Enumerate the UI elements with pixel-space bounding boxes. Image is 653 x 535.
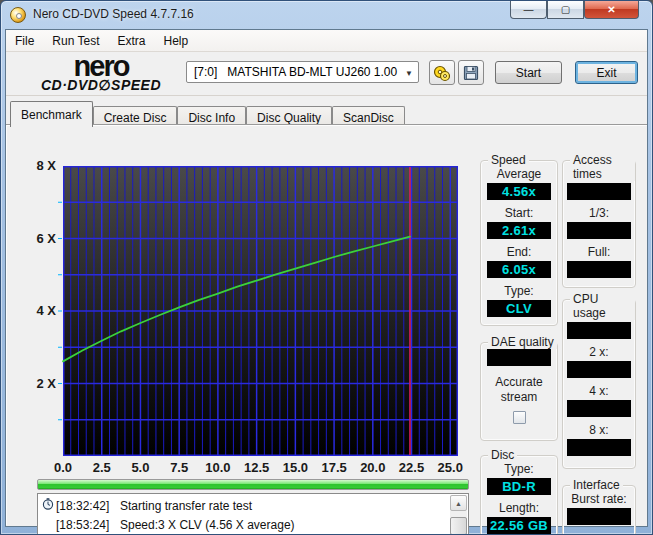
group-title-access_times: Access times — [570, 153, 635, 181]
speed-value-2: 6.05x — [487, 261, 551, 278]
scrollbar-thumb[interactable] — [450, 517, 467, 535]
cpu_usage-value-3 — [567, 439, 631, 456]
transfer-rate-chart: 2 X4 X6 X8 X0.02.55.07.510.012.515.017.5… — [22, 156, 468, 482]
disc-utility-button[interactable] — [429, 60, 455, 85]
disc-label-1: Length: — [481, 501, 557, 515]
menu-item-help[interactable]: Help — [155, 30, 198, 51]
speed-field: End:6.05x — [481, 245, 557, 278]
interface-group: InterfaceBurst rate: — [562, 485, 636, 535]
progress-bar — [37, 479, 469, 490]
group-title-cpu_usage: CPU usage — [570, 292, 635, 320]
logo-cddvd: CD·DVD — [41, 77, 98, 93]
x-axis-label: 15.0 — [275, 460, 315, 475]
client-area: FileRun TestExtraHelp nero CD·DVD∅SPEED … — [5, 29, 648, 527]
y-axis-label: 6 X — [22, 231, 56, 246]
minimize-button[interactable]: — — [510, 1, 547, 19]
chevron-down-icon: ▼ — [405, 69, 413, 78]
tab-strip: BenchmarkCreate DiscDisc InfoDisc Qualit… — [10, 101, 405, 125]
log-lines: [18:32:42]Starting transfer rate test[18… — [40, 496, 449, 535]
x-axis-label: 7.5 — [159, 460, 199, 475]
menu-item-run-test[interactable]: Run Test — [43, 30, 108, 51]
x-axis-label: 5.0 — [120, 460, 160, 475]
access_times-value-2 — [567, 261, 631, 278]
speed-field: Start:2.61x — [481, 206, 557, 239]
access_times-value-0 — [567, 183, 631, 200]
start-button[interactable]: Start — [495, 61, 562, 84]
access-times-group: Access timesRandom:1/3:Full: — [562, 160, 636, 288]
access_times-field: Full: — [563, 245, 635, 278]
cpu-usage-group: CPU usage1 x:2 x:4 x:8 x: — [562, 299, 636, 469]
access_times-label-1: 1/3: — [563, 206, 635, 220]
benchmark-tab-page: 2 X4 X6 X8 X0.02.55.07.510.012.515.017.5… — [6, 124, 647, 525]
clock-icon — [40, 498, 56, 513]
scroll-up-icon[interactable]: ▲ — [450, 495, 467, 511]
y-axis-label: 2 X — [22, 376, 56, 391]
speed-label-3: Type: — [481, 284, 557, 298]
speed-label-1: Start: — [481, 206, 557, 220]
menu-item-file[interactable]: File — [6, 30, 43, 51]
menu-bar: FileRun TestExtraHelp — [6, 30, 647, 52]
header-toolbar: nero CD·DVD∅SPEED [7:0] MATSHITA BD-MLT … — [6, 52, 647, 96]
speed-value-3: CLV — [487, 300, 551, 317]
speed-value-1: 2.61x — [487, 222, 551, 239]
menu-item-extra[interactable]: Extra — [108, 30, 154, 51]
group-title-dae_quality: DAE quality — [488, 335, 557, 349]
title-bar[interactable]: Nero CD-DVD Speed 4.7.7.16 — ▢ ✕ — [1, 1, 652, 29]
cpu_usage-value-0 — [567, 322, 631, 339]
disc-field: Type:BD-R — [481, 462, 557, 495]
x-axis-label: 10.0 — [198, 460, 238, 475]
cpu_usage-field: 8 x: — [563, 423, 635, 456]
cpu_usage-label-3: 8 x: — [563, 423, 635, 437]
dae_quality-field — [481, 349, 557, 366]
speed-field: Type:CLV — [481, 284, 557, 317]
close-button[interactable]: ✕ — [584, 1, 639, 19]
x-axis-label: 0.0 — [43, 460, 83, 475]
x-axis-label: 25.0 — [430, 460, 470, 475]
cpu_usage-field: 2 x: — [563, 345, 635, 378]
log-row: [18:32:42]Starting transfer rate test — [40, 496, 449, 515]
tab-benchmark[interactable]: Benchmark — [10, 101, 93, 127]
log-row: [18:53:24]Speed:3 X CLV (4.56 X average) — [40, 515, 449, 534]
access_times-value-1 — [567, 222, 631, 239]
cpu_usage-label-2: 4 x: — [563, 384, 635, 398]
exit-button[interactable]: Exit — [575, 61, 638, 84]
save-icon — [463, 65, 479, 81]
disc-field: Length:22.56 GB — [481, 501, 557, 534]
group-title-disc: Disc — [488, 448, 517, 462]
chart-svg — [63, 166, 458, 456]
disc-value-1: 22.56 GB — [487, 517, 551, 534]
log-listbox[interactable]: [18:32:42]Starting transfer rate test[18… — [37, 493, 469, 535]
window-title: Nero CD-DVD Speed 4.7.7.16 — [33, 7, 194, 21]
access_times-label-2: Full: — [563, 245, 635, 259]
log-message: Speed:3 X CLV (4.56 X average) — [120, 518, 449, 532]
cpu_usage-value-1 — [567, 361, 631, 378]
cpu_usage-field: 4 x: — [563, 384, 635, 417]
interface-label-0: Burst rate: — [563, 492, 635, 506]
drive-select-dropdown[interactable]: [7:0] MATSHITA BD-MLT UJ260 1.00 ▼ — [186, 61, 419, 83]
x-axis-label: 20.0 — [353, 460, 393, 475]
accurate-stream-checkbox[interactable] — [513, 411, 526, 424]
y-axis-label: 4 X — [22, 303, 56, 318]
disc-value-0: BD-R — [487, 478, 551, 495]
speed-field: Average4.56x — [481, 167, 557, 200]
disc-utility-icon — [433, 64, 451, 82]
dae_quality-value-0 — [487, 349, 551, 366]
disc-icon: ∅ — [98, 77, 111, 93]
log-scrollbar[interactable]: ▲ ▼ — [450, 495, 467, 535]
speed-label-2: End: — [481, 245, 557, 259]
accurate-stream-label: Accuratestream — [481, 375, 557, 405]
nero-logo: nero CD·DVD∅SPEED — [26, 53, 176, 92]
disc-group: DiscType:BD-RLength:22.56 GB — [480, 455, 558, 535]
speed-label-0: Average — [481, 167, 557, 181]
x-axis-label: 22.5 — [392, 460, 432, 475]
save-button[interactable] — [458, 60, 484, 85]
interface-field: Burst rate: — [563, 492, 635, 525]
maximize-button[interactable]: ▢ — [547, 1, 584, 19]
cpu_usage-label-1: 2 x: — [563, 345, 635, 359]
speed-group: SpeedAverage4.56xStart:2.61xEnd:6.05xTyp… — [480, 160, 558, 326]
app-window: Nero CD-DVD Speed 4.7.7.16 — ▢ ✕ FileRun… — [0, 0, 653, 535]
logo-text-cddvdspeed: CD·DVD∅SPEED — [26, 79, 176, 92]
speed-value-0: 4.56x — [487, 183, 551, 200]
dae-quality-group: DAE qualityAccuratestream — [480, 342, 558, 441]
logo-speed: SPEED — [111, 77, 161, 93]
